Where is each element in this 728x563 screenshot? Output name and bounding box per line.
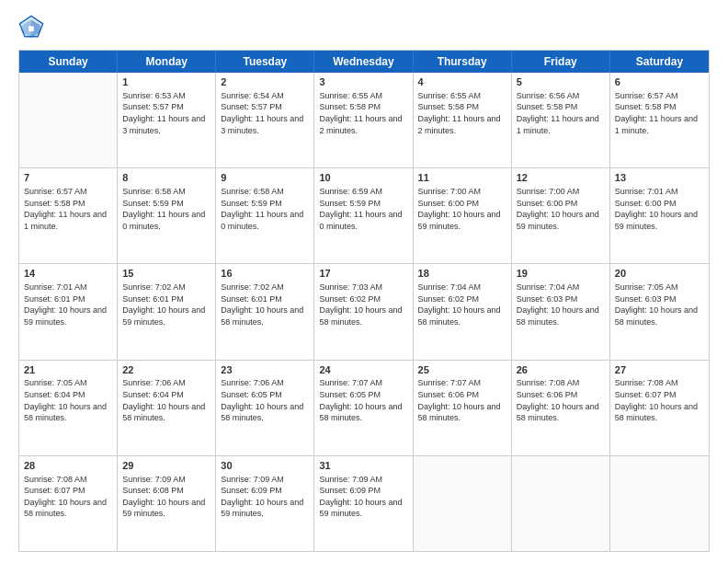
weekday-header-thursday: Thursday xyxy=(414,51,512,73)
weekday-header-friday: Friday xyxy=(512,51,610,73)
day-info: Sunrise: 6:57 AMSunset: 5:58 PMDaylight:… xyxy=(615,90,704,136)
cal-cell: 11Sunrise: 7:00 AMSunset: 6:00 PMDayligh… xyxy=(414,168,512,263)
svg-rect-2 xyxy=(28,27,34,32)
day-info: Sunrise: 7:08 AMSunset: 6:06 PMDaylight:… xyxy=(517,377,605,423)
cal-cell: 23Sunrise: 7:06 AMSunset: 6:05 PMDayligh… xyxy=(216,361,314,455)
cal-cell: 21Sunrise: 7:05 AMSunset: 6:04 PMDayligh… xyxy=(19,361,118,455)
cal-cell: 27Sunrise: 7:08 AMSunset: 6:07 PMDayligh… xyxy=(610,361,709,455)
day-info: Sunrise: 7:09 AMSunset: 6:09 PMDaylight:… xyxy=(221,474,309,520)
page: SundayMondayTuesdayWednesdayThursdayFrid… xyxy=(0,0,728,563)
day-number: 17 xyxy=(319,267,407,281)
cal-cell: 26Sunrise: 7:08 AMSunset: 6:06 PMDayligh… xyxy=(512,361,610,455)
cal-cell: 4Sunrise: 6:55 AMSunset: 5:58 PMDaylight… xyxy=(414,73,512,167)
day-number: 7 xyxy=(24,171,112,185)
day-info: Sunrise: 6:58 AMSunset: 5:59 PMDaylight:… xyxy=(122,186,210,232)
logo-icon xyxy=(18,15,44,40)
day-number: 26 xyxy=(517,363,605,377)
day-info: Sunrise: 6:58 AMSunset: 5:59 PMDaylight:… xyxy=(221,186,309,232)
day-info: Sunrise: 6:55 AMSunset: 5:58 PMDaylight:… xyxy=(418,90,506,136)
day-info: Sunrise: 7:04 AMSunset: 6:03 PMDaylight:… xyxy=(517,282,605,327)
day-number: 27 xyxy=(615,363,704,377)
weekday-header-sunday: Sunday xyxy=(19,51,118,73)
cal-cell: 6Sunrise: 6:57 AMSunset: 5:58 PMDaylight… xyxy=(610,73,709,167)
day-number: 31 xyxy=(319,459,407,473)
day-info: Sunrise: 7:05 AMSunset: 6:04 PMDaylight:… xyxy=(24,377,112,423)
cal-cell: 8Sunrise: 6:58 AMSunset: 5:59 PMDaylight… xyxy=(118,168,216,263)
day-number: 4 xyxy=(418,75,506,89)
day-info: Sunrise: 7:02 AMSunset: 6:01 PMDaylight:… xyxy=(221,282,309,327)
cal-cell: 18Sunrise: 7:04 AMSunset: 6:02 PMDayligh… xyxy=(414,264,512,359)
cal-cell: 31Sunrise: 7:09 AMSunset: 6:09 PMDayligh… xyxy=(314,456,413,551)
day-info: Sunrise: 7:01 AMSunset: 6:00 PMDaylight:… xyxy=(615,186,704,232)
cal-cell xyxy=(19,73,118,167)
day-number: 19 xyxy=(517,267,605,281)
calendar: SundayMondayTuesdayWednesdayThursdayFrid… xyxy=(18,50,710,552)
calendar-header: SundayMondayTuesdayWednesdayThursdayFrid… xyxy=(19,51,709,73)
day-info: Sunrise: 7:07 AMSunset: 6:05 PMDaylight:… xyxy=(319,377,407,423)
day-number: 15 xyxy=(122,267,210,281)
day-number: 28 xyxy=(24,459,112,473)
day-number: 1 xyxy=(122,75,210,89)
day-number: 10 xyxy=(319,171,407,185)
weekday-header-saturday: Saturday xyxy=(610,51,709,73)
day-info: Sunrise: 7:00 AMSunset: 6:00 PMDaylight:… xyxy=(418,186,506,232)
calendar-body: 1Sunrise: 6:53 AMSunset: 5:57 PMDaylight… xyxy=(19,73,709,551)
day-number: 22 xyxy=(122,363,210,377)
day-info: Sunrise: 7:06 AMSunset: 6:04 PMDaylight:… xyxy=(122,377,210,423)
cal-cell: 9Sunrise: 6:58 AMSunset: 5:59 PMDaylight… xyxy=(216,168,314,263)
cal-cell xyxy=(512,456,610,551)
cal-cell: 30Sunrise: 7:09 AMSunset: 6:09 PMDayligh… xyxy=(216,456,314,551)
day-number: 14 xyxy=(24,267,112,281)
cal-cell: 25Sunrise: 7:07 AMSunset: 6:06 PMDayligh… xyxy=(414,361,512,455)
day-number: 11 xyxy=(418,171,506,185)
day-number: 2 xyxy=(221,75,309,89)
day-info: Sunrise: 7:03 AMSunset: 6:02 PMDaylight:… xyxy=(319,282,407,327)
cal-cell: 29Sunrise: 7:09 AMSunset: 6:08 PMDayligh… xyxy=(118,456,216,551)
day-info: Sunrise: 7:00 AMSunset: 6:00 PMDaylight:… xyxy=(517,186,605,232)
day-number: 16 xyxy=(221,267,309,281)
day-number: 18 xyxy=(418,267,506,281)
cal-cell: 19Sunrise: 7:04 AMSunset: 6:03 PMDayligh… xyxy=(512,264,610,359)
cal-cell: 28Sunrise: 7:08 AMSunset: 6:07 PMDayligh… xyxy=(19,456,118,551)
week-row-1: 7Sunrise: 6:57 AMSunset: 5:58 PMDaylight… xyxy=(19,168,709,264)
day-info: Sunrise: 7:04 AMSunset: 6:02 PMDaylight:… xyxy=(418,282,506,327)
day-info: Sunrise: 7:02 AMSunset: 6:01 PMDaylight:… xyxy=(122,282,210,327)
day-number: 25 xyxy=(418,363,506,377)
cal-cell: 3Sunrise: 6:55 AMSunset: 5:58 PMDaylight… xyxy=(314,73,413,167)
cal-cell: 5Sunrise: 6:56 AMSunset: 5:58 PMDaylight… xyxy=(512,73,610,167)
cal-cell: 7Sunrise: 6:57 AMSunset: 5:58 PMDaylight… xyxy=(19,168,118,263)
cal-cell: 20Sunrise: 7:05 AMSunset: 6:03 PMDayligh… xyxy=(610,264,709,359)
week-row-4: 28Sunrise: 7:08 AMSunset: 6:07 PMDayligh… xyxy=(19,456,709,551)
day-info: Sunrise: 7:05 AMSunset: 6:03 PMDaylight:… xyxy=(615,282,704,327)
cal-cell: 12Sunrise: 7:00 AMSunset: 6:00 PMDayligh… xyxy=(512,168,610,263)
day-number: 30 xyxy=(221,459,309,473)
cal-cell: 14Sunrise: 7:01 AMSunset: 6:01 PMDayligh… xyxy=(19,264,118,359)
day-number: 24 xyxy=(319,363,407,377)
weekday-header-monday: Monday xyxy=(118,51,216,73)
day-info: Sunrise: 7:09 AMSunset: 6:09 PMDaylight:… xyxy=(319,474,407,520)
cal-cell xyxy=(610,456,709,551)
day-info: Sunrise: 7:08 AMSunset: 6:07 PMDaylight:… xyxy=(24,474,112,520)
day-info: Sunrise: 7:09 AMSunset: 6:08 PMDaylight:… xyxy=(122,474,210,520)
day-number: 20 xyxy=(615,267,704,281)
header xyxy=(18,15,710,40)
weekday-header-tuesday: Tuesday xyxy=(216,51,314,73)
cal-cell: 13Sunrise: 7:01 AMSunset: 6:00 PMDayligh… xyxy=(610,168,709,263)
weekday-header-wednesday: Wednesday xyxy=(314,51,413,73)
day-info: Sunrise: 6:53 AMSunset: 5:57 PMDaylight:… xyxy=(122,90,210,136)
week-row-3: 21Sunrise: 7:05 AMSunset: 6:04 PMDayligh… xyxy=(19,361,709,456)
day-info: Sunrise: 6:57 AMSunset: 5:58 PMDaylight:… xyxy=(24,186,112,232)
cal-cell: 10Sunrise: 6:59 AMSunset: 5:59 PMDayligh… xyxy=(314,168,413,263)
day-number: 13 xyxy=(615,171,704,185)
cal-cell: 16Sunrise: 7:02 AMSunset: 6:01 PMDayligh… xyxy=(216,264,314,359)
day-number: 5 xyxy=(517,75,605,89)
week-row-0: 1Sunrise: 6:53 AMSunset: 5:57 PMDaylight… xyxy=(19,73,709,168)
day-info: Sunrise: 6:59 AMSunset: 5:59 PMDaylight:… xyxy=(319,186,407,232)
cal-cell xyxy=(414,456,512,551)
logo xyxy=(18,15,48,40)
cal-cell: 2Sunrise: 6:54 AMSunset: 5:57 PMDaylight… xyxy=(216,73,314,167)
day-number: 29 xyxy=(122,459,210,473)
cal-cell: 22Sunrise: 7:06 AMSunset: 6:04 PMDayligh… xyxy=(118,361,216,455)
day-number: 3 xyxy=(319,75,407,89)
day-info: Sunrise: 7:07 AMSunset: 6:06 PMDaylight:… xyxy=(418,377,506,423)
